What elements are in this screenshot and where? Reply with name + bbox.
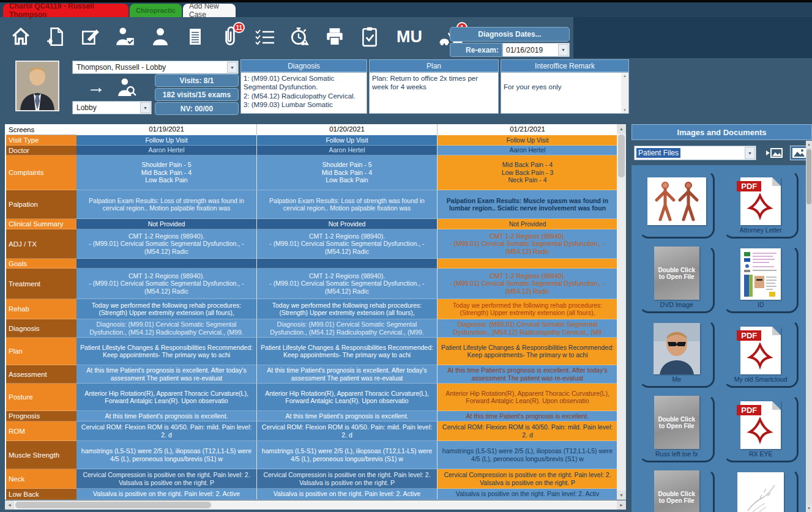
print-icon[interactable]	[324, 24, 346, 49]
date-column-header[interactable]: 01/19/2021	[76, 124, 257, 135]
notes-icon[interactable]	[184, 24, 206, 49]
table-cell[interactable]: At this time Patient's prognosis is exce…	[76, 365, 257, 384]
checklist-icon[interactable]	[254, 24, 276, 49]
patient-photo[interactable]	[15, 61, 59, 111]
document-card[interactable]: Double Click to Open File Russ left toe …	[639, 394, 715, 462]
table-cell[interactable]: Palpation Exam Results: Loss of strength…	[257, 190, 438, 219]
remark-scrollbar[interactable]: ▲▼	[621, 73, 628, 113]
table-cell[interactable]: Valsalva is positive on the right. Pain …	[76, 489, 257, 500]
table-cell[interactable]: Cervical ROM: Flexion ROM is 40/50. Pain…	[438, 421, 617, 441]
row-label[interactable]: Doctor	[6, 146, 76, 155]
tab-case-green[interactable]: Chiropractic	[130, 4, 182, 17]
table-cell[interactable]: hamstrings (L5-S1) were 2/5 (L), iliopso…	[438, 441, 617, 469]
table-cell[interactable]: Diagnosis: (M99.01) Cervical Somatic Seg…	[438, 319, 617, 338]
row-label[interactable]: Palpation	[6, 190, 76, 219]
table-cell[interactable]: Not Provided	[438, 219, 617, 229]
document-card[interactable]: PDF RX EYE	[723, 394, 799, 462]
table-cell[interactable]: hamstrings (L5-S1) were 2/5 (L), iliopso…	[76, 441, 257, 469]
table-cell[interactable]: Today we performed the following rehab p…	[257, 299, 438, 319]
document-card[interactable]: Me	[639, 319, 715, 388]
table-cell[interactable]: Anterior Hip Rotation(R), Apparent Thora…	[76, 384, 257, 411]
scrollbar-thumb[interactable]	[15, 502, 211, 508]
table-cell[interactable]: Today we performed the following rehab p…	[438, 299, 617, 319]
table-cell[interactable]: At this time Patient's prognosis is exce…	[76, 411, 257, 421]
visits-stat[interactable]: Visits: 8/1	[155, 74, 239, 87]
grid-vertical-scrollbar[interactable]: ▲ ▼	[617, 124, 626, 500]
table-cell[interactable]: Diagnosis: (M99.01) Cervical Somatic Seg…	[76, 319, 257, 338]
patient-select[interactable]: Thompson, Russell - Lobby ▼	[72, 61, 239, 74]
table-cell[interactable]: At this time Patient's prognosis is exce…	[438, 365, 617, 384]
tab-chart-case[interactable]: Chart# QC4119 - Russell Thompson	[3, 4, 129, 17]
diagnosis-dates-button[interactable]: Diagnosis Dates...	[450, 27, 570, 42]
table-cell[interactable]: Cervical ROM: Flexion ROM is 40/50. Pain…	[257, 421, 438, 441]
table-cell[interactable]: CMT 1-2 Regions (98940). - (M99.01) Cerv…	[76, 269, 257, 299]
chevron-down-icon[interactable]: ▼	[227, 62, 237, 73]
timer-alert-icon[interactable]	[289, 24, 311, 49]
table-cell[interactable]: Cervical Compression is positive on the …	[76, 469, 257, 489]
row-label[interactable]: Goals	[6, 259, 76, 269]
table-cell[interactable]: Shoulder Pain - 5 Mid Back Pain - 4 Low …	[76, 155, 257, 190]
document-card[interactable]: Double Click to Open File DVD Image	[639, 245, 715, 313]
table-cell[interactable]: Not Provided	[76, 219, 257, 229]
table-cell[interactable]: Palpation Exam Results: Loss of strength…	[76, 190, 257, 219]
table-cell[interactable]: Cervical Compression is positive on the …	[257, 469, 438, 489]
table-cell[interactable]: Cervical ROM: Flexion ROM is 40/50. Pain…	[76, 421, 257, 441]
row-label[interactable]: Muscle Strength	[6, 441, 76, 469]
document-card[interactable]	[723, 469, 799, 512]
scroll-left-icon[interactable]: ◄	[5, 500, 14, 510]
go-arrow-icon[interactable]: →	[87, 78, 105, 96]
table-cell[interactable]: Today we performed the following rehab p…	[76, 299, 257, 319]
new-document-icon[interactable]	[45, 24, 67, 49]
document-card[interactable]: PDF Attorney Letter	[723, 170, 799, 239]
chevron-down-icon[interactable]: ▼	[745, 147, 755, 159]
row-label[interactable]: Neck	[6, 469, 76, 489]
table-cell[interactable]: Patient Lifestyle Changes & Responsibili…	[257, 338, 438, 365]
row-label[interactable]: Visit Type	[6, 135, 76, 146]
file-filter-select[interactable]: Patient Files ▼	[634, 146, 756, 160]
scroll-down-icon[interactable]: ▼	[617, 491, 626, 500]
meaningful-use-button[interactable]: MU	[393, 24, 425, 49]
table-cell[interactable]	[438, 259, 617, 269]
row-label[interactable]: Prognosis	[6, 411, 76, 421]
table-cell[interactable]: Aaron Hertel	[438, 146, 617, 155]
row-label[interactable]: Rehab	[6, 299, 76, 319]
scrollbar-thumb[interactable]	[806, 149, 811, 204]
row-label[interactable]: Treatment	[6, 269, 76, 299]
import-image-button[interactable]	[765, 146, 783, 160]
table-cell[interactable]: Not Provided	[257, 219, 438, 229]
document-card[interactable]: ID	[723, 245, 799, 313]
table-cell[interactable]: hamstrings (L5-S1) were 2/5 (L), iliopso…	[257, 441, 438, 469]
reexam-date-select[interactable]: 01/16/2019 ▼	[502, 43, 570, 57]
chevron-down-icon[interactable]: ▼	[140, 102, 151, 113]
table-cell[interactable]: Valsalva is positive on the right. Pain …	[257, 489, 438, 500]
table-cell[interactable]: CMT 1-2 Regions (98940). - (M99.01) Cerv…	[257, 269, 438, 299]
table-cell[interactable]: Aaron Hertel	[257, 146, 438, 155]
row-label[interactable]: Posture	[6, 384, 76, 411]
table-cell[interactable]: Follow Up Visit	[76, 135, 257, 146]
row-label[interactable]: Complaints	[6, 155, 76, 190]
table-cell[interactable]: Mid Back Pain - 4 Low Back Pain - 3 Neck…	[438, 155, 617, 190]
table-cell[interactable]: Cervical Compression is positive on the …	[438, 469, 617, 489]
date-column-header[interactable]: 01/21/2021	[438, 124, 617, 135]
table-cell[interactable]: Patient Lifestyle Changes & Responsibili…	[438, 338, 617, 365]
documents-scrollbar[interactable]: ▲ ▼	[806, 141, 812, 512]
diagnosis-panel-text[interactable]: 1: (M99.01) Cervical Somatic Segmental D…	[240, 72, 367, 114]
table-cell[interactable]: Follow Up Visit	[438, 135, 617, 146]
grid-horizontal-scrollbar[interactable]: ◄ ►	[5, 500, 626, 510]
visit-exams-stat[interactable]: 182 visits/15 exams	[155, 88, 239, 101]
table-cell[interactable]: Anterior Hip Rotation(R), Apparent Thora…	[438, 384, 617, 411]
nv-stat[interactable]: NV: 00/00	[155, 102, 239, 115]
document-card[interactable]: Double Click to Open File	[639, 469, 715, 512]
scroll-up-icon[interactable]: ▲	[617, 124, 626, 133]
tasks-clipboard-icon[interactable]	[359, 24, 381, 49]
patient-icon[interactable]	[149, 24, 171, 49]
row-label[interactable]: ROM	[6, 421, 76, 441]
table-cell[interactable]: CMT 1-2 Regions (98940). - (M99.01) Cerv…	[76, 229, 257, 259]
row-label[interactable]: Assessment	[6, 365, 76, 384]
home-icon[interactable]	[10, 24, 32, 49]
table-cell[interactable]: At this time Patient's prognosis is exce…	[257, 365, 438, 384]
row-label[interactable]: Clinical Summary	[6, 219, 76, 229]
edit-note-icon[interactable]	[80, 24, 102, 49]
table-cell[interactable]: Shoulder Pain - 5 Mid Back Pain - 4 Low …	[257, 155, 438, 190]
table-cell[interactable]: Palpation Exam Results: Muscle spasm was…	[438, 190, 617, 219]
